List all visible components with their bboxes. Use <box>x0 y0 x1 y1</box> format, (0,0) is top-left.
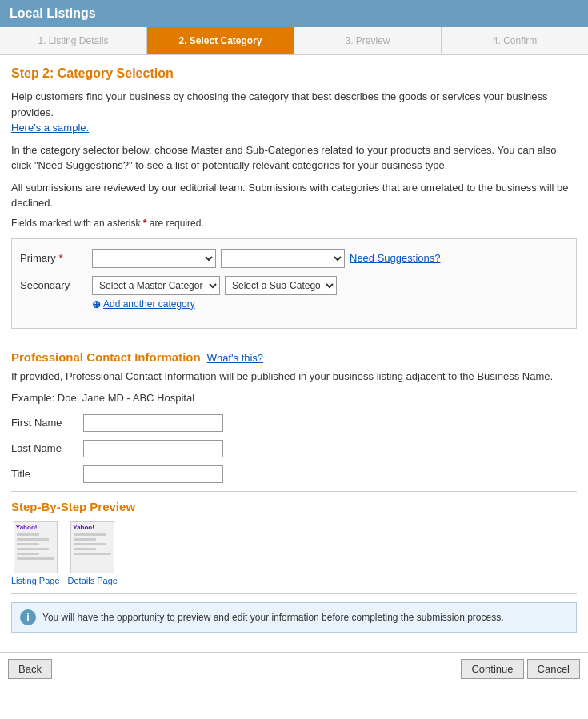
section-title: Step 2: Category Selection <box>11 66 577 81</box>
preview-section: Step-By-Step Preview Yahoo! Listing Page <box>11 500 577 585</box>
sample-link[interactable]: Here's a sample. <box>11 122 89 134</box>
intro-text-3: All submissions are reviewed by our edit… <box>11 180 577 211</box>
back-button[interactable]: Back <box>8 659 52 679</box>
secondary-sub-select[interactable]: Select a Sub-Category <box>225 276 337 295</box>
cancel-button[interactable]: Cancel <box>527 659 580 679</box>
primary-label: Primary * <box>20 249 92 264</box>
step-2: 2. Select Category <box>147 27 294 54</box>
divider-1 <box>11 342 577 342</box>
pro-contact-desc1: If provided, Professional Contact Inform… <box>11 369 577 385</box>
required-note: Fields marked with an asterisk * are req… <box>11 218 577 229</box>
details-yahoo-logo: Yahoo! <box>73 524 94 531</box>
professional-contact-section: Professional Contact Information What's … <box>11 350 577 483</box>
secondary-master-select[interactable]: Select a Master Category <box>92 276 220 295</box>
details-thumb-lines <box>74 533 111 557</box>
divider-2 <box>11 491 577 492</box>
need-suggestions-link[interactable]: Need Suggestions? <box>350 252 440 264</box>
details-page-link[interactable]: Details Page <box>68 576 118 585</box>
listing-page-thumb: Yahoo! Listing Page <box>11 521 60 585</box>
whats-this-link[interactable]: What's this? <box>207 352 263 364</box>
last-name-label: Last Name <box>11 442 83 454</box>
step-3: 3. Preview <box>294 27 442 54</box>
main-content: Step 2: Category Selection Help customer… <box>0 55 588 652</box>
category-form: Primary * Need Suggestions? Secondary Se… <box>11 238 577 329</box>
listing-page-link[interactable]: Listing Page <box>11 576 60 585</box>
listing-thumb-box: Yahoo! <box>14 521 58 573</box>
last-name-input[interactable] <box>83 440 223 457</box>
step-1: 1. Listing Details <box>0 27 147 54</box>
listing-thumb-lines <box>17 533 54 562</box>
bottom-bar: Back Continue Cancel <box>0 652 588 685</box>
preview-title: Step-By-Step Preview <box>11 500 577 513</box>
preview-images: Yahoo! Listing Page Yahoo! <box>11 521 577 585</box>
page-title: Local Listings <box>10 6 578 21</box>
title-label: Title <box>11 468 83 480</box>
info-box: i You will have the opportunity to previ… <box>11 602 577 633</box>
secondary-controls: Select a Master Category Select a Sub-Ca… <box>92 276 337 295</box>
primary-row: Primary * Need Suggestions? <box>20 249 568 268</box>
intro-text-2: In the category selector below, choose M… <box>11 142 577 174</box>
contact-form: First Name Last Name Title <box>11 414 577 483</box>
title-row: Title <box>11 465 577 483</box>
title-input[interactable] <box>83 465 223 483</box>
info-text: You will have the opportunity to preview… <box>42 612 504 623</box>
primary-controls: Need Suggestions? <box>92 249 440 268</box>
secondary-row: Secondary Select a Master Category Selec… <box>20 276 568 310</box>
listing-yahoo-logo: Yahoo! <box>16 524 38 531</box>
continue-button[interactable]: Continue <box>461 659 523 679</box>
info-icon: i <box>20 609 36 625</box>
details-thumb-box: Yahoo! <box>70 521 114 573</box>
first-name-label: First Name <box>11 417 83 429</box>
primary-sub-select[interactable] <box>221 249 345 268</box>
pro-contact-header: Professional Contact Information What's … <box>11 350 577 364</box>
first-name-input[interactable] <box>83 414 223 432</box>
primary-master-select[interactable] <box>92 249 216 268</box>
add-another-link[interactable]: ⊕ Add another category <box>92 298 337 310</box>
details-page-thumb: Yahoo! Details Page <box>68 521 118 585</box>
pro-contact-title: Professional Contact Information <box>11 350 201 364</box>
divider-3 <box>11 593 577 594</box>
first-name-row: First Name <box>11 414 577 432</box>
secondary-controls-wrap: Select a Master Category Select a Sub-Ca… <box>92 276 337 310</box>
secondary-label: Secondary <box>20 276 92 291</box>
pro-contact-desc2: Example: Doe, Jane MD - ABC Hospital <box>11 390 577 406</box>
step-4: 4. Confirm <box>442 27 588 54</box>
add-icon: ⊕ <box>92 298 101 310</box>
intro-text-1: Help customers find your business by cho… <box>11 89 577 136</box>
page-header: Local Listings <box>0 0 588 27</box>
progress-bar: 1. Listing Details 2. Select Category 3.… <box>0 27 588 55</box>
last-name-row: Last Name <box>11 440 577 457</box>
right-buttons: Continue Cancel <box>461 659 580 679</box>
